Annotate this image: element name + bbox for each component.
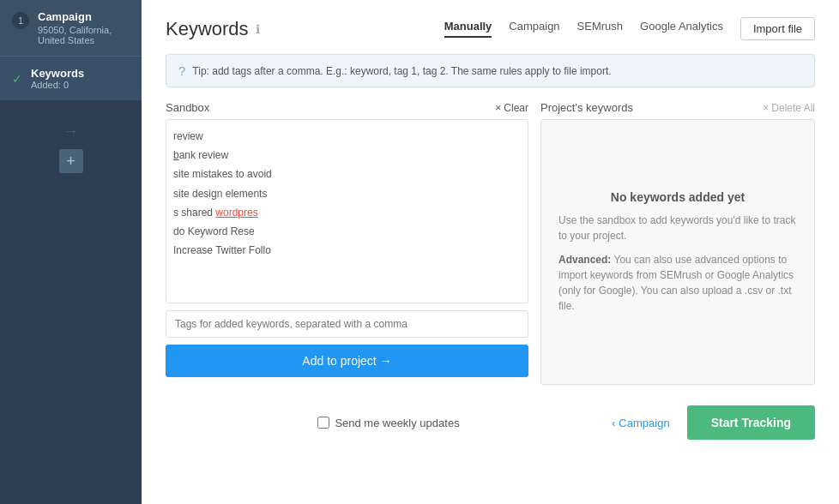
tab-manually[interactable]: Manually [444, 20, 492, 38]
keyword-2: bank review [173, 146, 521, 165]
plus-icon: + [66, 153, 75, 171]
footer-row: Send me weekly updates ‹ Campaign Start … [166, 399, 815, 440]
weekly-updates-checkbox-label[interactable]: Send me weekly updates [317, 417, 459, 429]
sandbox-keywords-box: review bank review site mistakes to avoi… [166, 119, 528, 303]
keyword-6: do Keyword Rese [173, 222, 521, 241]
tabs-row: Manually Campaign SEMrush Google Analyti… [444, 17, 815, 40]
tab-google-analytics[interactable]: Google Analytics [640, 20, 723, 38]
check-icon: ✓ [12, 72, 22, 86]
tab-campaign[interactable]: Campaign [509, 20, 559, 38]
keywords-added: Added: 0 [31, 80, 84, 90]
sandbox-column: Sandbox × Clear review bank review site … [166, 101, 528, 385]
campaign-title: Campaign [38, 10, 112, 23]
keyword-3: site mistakes to avoid [173, 165, 521, 183]
info-icon[interactable]: ℹ [256, 22, 260, 36]
sidebar: 1 Campaign 95050, California,United Stat… [0, 0, 142, 504]
sidebar-item-keywords[interactable]: ✓ Keywords Added: 0 [0, 57, 142, 100]
columns-row: Sandbox × Clear review bank review site … [166, 101, 815, 385]
tags-input[interactable] [166, 310, 528, 338]
arrow-icon: → [63, 123, 79, 141]
sandbox-label: Sandbox [166, 101, 209, 114]
keyword-5: s shared wordpres [173, 203, 521, 222]
sandbox-header: Sandbox × Clear [166, 101, 528, 114]
header-row: Keywords ℹ Manually Campaign SEMrush Goo… [166, 17, 815, 40]
sidebar-arrow: → [51, 114, 91, 149]
back-icon: ‹ [612, 417, 615, 429]
keyword-4: site design elements [173, 184, 521, 203]
project-header: Project's keywords × Delete All [540, 101, 815, 114]
no-keywords-desc: Use the sandbox to add keywords you'd li… [558, 213, 797, 243]
clear-button[interactable]: × Clear [495, 102, 528, 114]
delete-all-button[interactable]: × Delete All [763, 102, 815, 114]
campaign-number: 1 [12, 12, 29, 29]
keyword-7: Increase Twitter Follo [173, 241, 521, 260]
campaign-location: 95050, California,United States [38, 25, 112, 45]
no-keywords-advanced: Advanced: You can also use advanced opti… [558, 252, 797, 314]
back-to-campaign-link[interactable]: ‹ Campaign [612, 417, 670, 429]
footer-actions: ‹ Campaign Start Tracking [612, 405, 815, 440]
page-title-text: Keywords [166, 18, 249, 40]
add-campaign-button[interactable]: + [59, 149, 83, 173]
keyword-1: review [173, 127, 521, 146]
delete-all-icon: × [763, 102, 769, 114]
no-keywords-title: No keywords added yet [611, 190, 745, 204]
tip-text: Tip: add tags after a comma. E.g.: keywo… [192, 65, 611, 77]
main-content: Keywords ℹ Manually Campaign SEMrush Goo… [142, 0, 839, 504]
weekly-updates-label: Send me weekly updates [335, 417, 459, 429]
clear-label: Clear [504, 102, 528, 114]
back-label: Campaign [619, 417, 669, 429]
clear-icon: × [495, 102, 501, 114]
weekly-updates-checkbox[interactable] [317, 417, 329, 429]
add-to-project-button[interactable]: Add to project → [166, 345, 528, 377]
import-file-button[interactable]: Import file [740, 17, 815, 40]
delete-all-label: Delete All [771, 102, 815, 114]
start-tracking-button[interactable]: Start Tracking [687, 405, 815, 440]
add-to-project-label: Add to project → [302, 354, 391, 368]
tip-box: ? Tip: add tags after a comma. E.g.: key… [166, 54, 815, 87]
project-label: Project's keywords [540, 101, 633, 114]
tab-semrush[interactable]: SEMrush [577, 20, 623, 38]
project-keywords-box: No keywords added yet Use the sandbox to… [540, 119, 815, 385]
sidebar-item-campaign[interactable]: 1 Campaign 95050, California,United Stat… [0, 0, 142, 57]
keywords-label: Keywords [31, 67, 84, 80]
project-column: Project's keywords × Delete All No keywo… [540, 101, 815, 385]
tip-icon: ? [178, 63, 185, 78]
page-title: Keywords ℹ [166, 18, 260, 40]
